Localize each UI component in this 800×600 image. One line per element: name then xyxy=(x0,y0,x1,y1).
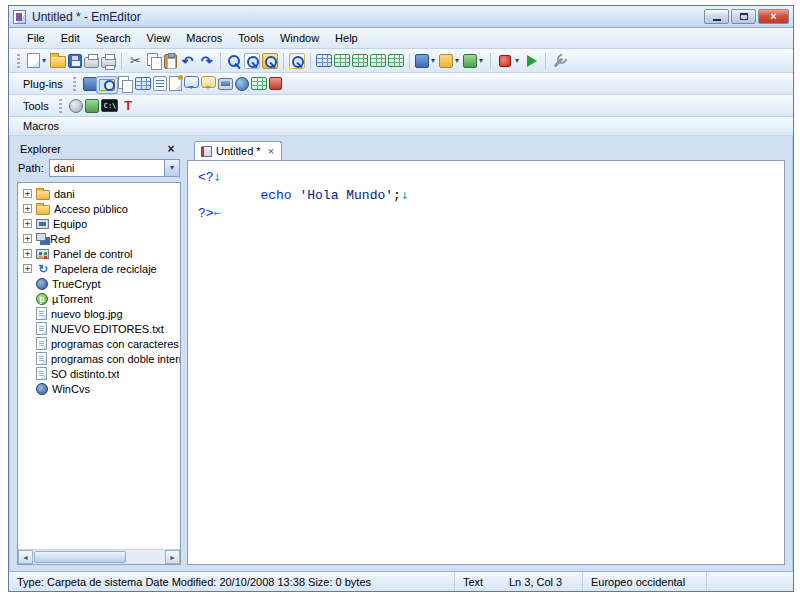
menu-tools[interactable]: Tools xyxy=(230,30,272,46)
html-bar-plugin-icon[interactable] xyxy=(135,77,151,90)
print-preview-icon[interactable] xyxy=(101,57,116,68)
tree-item[interactable]: SO distinto.txt xyxy=(21,366,180,381)
cut-icon[interactable]: ✂ xyxy=(127,53,144,69)
replace-icon[interactable] xyxy=(244,53,260,69)
tree-item[interactable]: programas con doble interro xyxy=(21,351,180,366)
path-label: Path: xyxy=(18,162,44,174)
external-tool-truecrypt-icon[interactable]: T xyxy=(120,98,137,114)
tab-close-icon[interactable]: × xyxy=(268,145,274,157)
scroll-left-icon[interactable]: ◄ xyxy=(18,550,33,564)
tooltip-plugin-icon[interactable] xyxy=(201,76,216,88)
snippets-plugin-icon[interactable] xyxy=(184,76,199,88)
menu-help[interactable]: Help xyxy=(327,30,366,46)
tree-item[interactable]: WinCvs xyxy=(21,381,180,396)
encoding-icon-dropdown[interactable]: ▾ xyxy=(478,56,486,65)
expand-icon[interactable]: + xyxy=(23,219,32,228)
toolbar-grip[interactable] xyxy=(73,77,76,91)
configuration-icon-dropdown[interactable]: ▾ xyxy=(454,56,462,65)
menu-window[interactable]: Window xyxy=(272,30,327,46)
tree-item-label: Papelera de reciclaje xyxy=(54,263,157,275)
toolbar-grip[interactable] xyxy=(59,99,62,113)
zoom-icon[interactable] xyxy=(289,53,305,69)
expand-icon[interactable]: + xyxy=(23,204,32,213)
new-document-icon[interactable] xyxy=(27,53,40,68)
menu-macros[interactable]: Macros xyxy=(178,30,230,46)
expand-icon[interactable]: + xyxy=(23,189,32,198)
horizontal-scrollbar[interactable]: ◄ ► xyxy=(18,549,180,564)
tree-item[interactable]: +↻Papelera de reciclaje xyxy=(21,261,180,276)
close-button[interactable]: × xyxy=(758,9,789,24)
maximize-button[interactable] xyxy=(731,9,756,24)
web-preview-plugin-icon[interactable] xyxy=(235,77,249,91)
tree-item-label: Equipo xyxy=(53,218,87,230)
menu-view[interactable]: View xyxy=(139,30,179,46)
open-icon[interactable] xyxy=(50,56,66,68)
expand-icon[interactable]: + xyxy=(23,264,32,273)
path-combo[interactable]: dani ▾ xyxy=(49,159,180,177)
no-wrap-icon[interactable] xyxy=(388,54,404,67)
expand-icon[interactable]: + xyxy=(23,249,32,258)
print-icon[interactable] xyxy=(84,57,99,68)
redo-icon[interactable]: ↷ xyxy=(198,53,215,69)
tree-item[interactable]: TrueCrypt xyxy=(21,276,180,291)
find-in-files-icon[interactable] xyxy=(262,53,278,69)
menu-search[interactable]: Search xyxy=(88,30,139,46)
editor-area[interactable]: <?↓ echo 'Hola Mundo';↓?>← xyxy=(187,160,785,565)
wrap-by-characters-icon[interactable] xyxy=(334,54,350,67)
encoding-icon[interactable] xyxy=(463,54,477,68)
scrollbar-track[interactable] xyxy=(33,550,165,564)
tab-untitled[interactable]: Untitled * × xyxy=(194,141,282,160)
wrap-by-window-icon[interactable] xyxy=(352,54,368,67)
explorer-close-icon[interactable]: × xyxy=(164,142,178,156)
word-count-plugin-icon[interactable] xyxy=(218,78,233,90)
tree-item[interactable]: +dani xyxy=(21,186,180,201)
copy-icon[interactable] xyxy=(146,53,162,68)
tools-toolbar-label: Tools xyxy=(13,100,55,112)
tree-item[interactable]: nuevo blog.jpg xyxy=(21,306,180,321)
new-document-icon-dropdown[interactable]: ▾ xyxy=(41,56,49,65)
menu-edit[interactable]: Edit xyxy=(53,30,88,46)
font-icon-dropdown[interactable]: ▾ xyxy=(430,56,438,65)
external-tool-2-icon[interactable] xyxy=(85,99,99,113)
tree-item[interactable]: +Panel de control xyxy=(21,246,180,261)
expand-icon[interactable]: + xyxy=(23,234,32,243)
menu-file[interactable]: File xyxy=(19,30,53,46)
editor-view-icon[interactable] xyxy=(316,54,332,67)
tree-item[interactable]: +Equipo xyxy=(21,216,180,231)
minimize-button[interactable] xyxy=(704,9,729,24)
font-icon[interactable] xyxy=(415,54,429,68)
tree-item[interactable]: +Acceso público xyxy=(21,201,180,216)
tree-item[interactable]: +Red xyxy=(21,231,180,246)
configuration-icon[interactable] xyxy=(439,54,453,68)
tree-item[interactable]: NUEVO EDITORES.txt xyxy=(21,321,180,336)
explorer-title: Explorer xyxy=(20,143,164,155)
combo-dropdown-icon[interactable]: ▾ xyxy=(164,160,179,176)
projects-plugin-icon[interactable] xyxy=(169,76,182,91)
run-macro-icon[interactable] xyxy=(523,53,540,69)
wrap-by-page-icon[interactable] xyxy=(370,54,386,67)
record-macro-icon-dropdown[interactable]: ▾ xyxy=(514,56,522,65)
open-documents-plugin-icon[interactable] xyxy=(117,76,133,91)
tree-item[interactable]: µµTorrent xyxy=(21,291,180,306)
appblue-icon xyxy=(36,383,48,395)
record-macro-icon[interactable] xyxy=(496,53,513,69)
scroll-right-icon[interactable]: ► xyxy=(165,550,180,564)
find-icon[interactable] xyxy=(226,53,242,69)
undo-icon[interactable]: ↶ xyxy=(179,53,196,69)
external-tool-1-icon[interactable] xyxy=(69,99,83,113)
word-complete-plugin-icon[interactable] xyxy=(251,77,267,90)
transliterate-plugin-icon[interactable] xyxy=(269,77,282,90)
explorer-plugin-icon[interactable] xyxy=(99,79,115,91)
scrollbar-thumb[interactable] xyxy=(34,551,126,563)
file-icon xyxy=(36,322,47,335)
titlebar[interactable]: Untitled * - EmEditor × xyxy=(9,6,793,28)
outline-plugin-icon[interactable] xyxy=(153,76,167,91)
save-icon[interactable] xyxy=(68,54,82,68)
customize-icon[interactable] xyxy=(551,53,568,69)
command-prompt-icon[interactable]: C:\ xyxy=(101,99,118,112)
file-icon xyxy=(36,307,47,320)
tree-item[interactable]: programas con caracteres ra xyxy=(21,336,180,351)
findbar-plugin-icon[interactable] xyxy=(83,77,97,91)
toolbar-grip[interactable] xyxy=(17,54,20,68)
paste-icon[interactable] xyxy=(164,54,177,69)
